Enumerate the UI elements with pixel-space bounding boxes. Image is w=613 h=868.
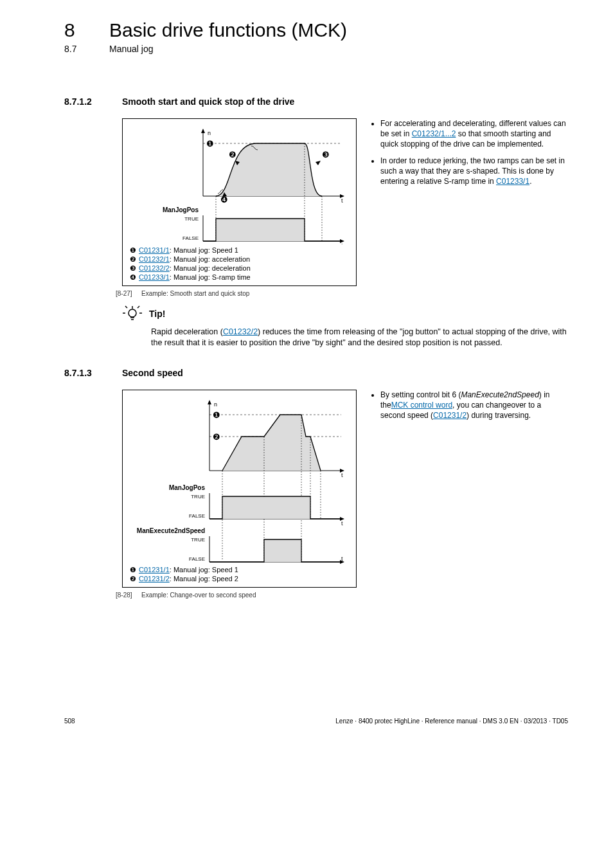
svg-marker-2 [201,129,205,133]
subsection-number: 8.7.1.2 [64,96,122,107]
subsection-number-2: 8.7.1.3 [64,368,122,378]
tip-body: Rapid deceleration (C01232/2) reduces th… [151,327,568,348]
legend-item-1: ❶ C01231/1: Manual jog: Speed 1 [129,246,350,255]
marker-1b: ❶ [213,410,220,420]
link-tip-c01232-2[interactable]: C01232/2 [223,327,258,336]
axis-n-label: n [214,401,217,408]
footer-text: Lenze · 8400 protec HighLine · Reference… [335,718,568,725]
marker-3: ❸ [322,150,330,159]
figure-8-27: n t [122,118,357,286]
link-c01231-1[interactable]: C01231/1 [139,246,170,254]
divider-dashes: _ _ _ _ _ _ _ _ _ _ _ _ _ _ _ _ _ _ _ _ … [64,67,568,77]
svg-text:t: t [341,556,343,562]
svg-line-22 [138,306,139,308]
tip-label: Tip! [149,309,165,319]
signal-true: TRUE [184,216,199,222]
smooth-start-diagram: n t [129,125,348,244]
link-c01231-1b[interactable]: C01231/1 [139,566,170,574]
page-footer: 508 Lenze · 8400 protec HighLine · Refer… [64,714,568,725]
tip-block: Tip! Rapid deceleration (C01232/2) reduc… [122,305,568,348]
svg-rect-14 [216,219,305,241]
legend-item-4: ❹ C01233/1: Manual jog: S-ramp time [129,273,350,282]
chapter-number: 8 [64,19,109,41]
legend-item-2: ❷ C01232/1: Manual jog: acceleration [129,255,350,264]
subsection-heading: 8.7.1.2 Smooth start and quick stop of t… [64,96,568,107]
section-title: Manual jog [109,44,154,54]
axis-t-label-2: t [341,242,343,244]
legend-item-3: ❸ C01232/2: Manual jog: deceleration [129,264,350,273]
svg-rect-40 [222,496,310,519]
marker-2: ❷ [229,150,236,159]
subsection-title-2: Second speed [122,368,183,378]
svg-text:FALSE: FALSE [189,513,205,519]
link-c01231-2[interactable]: C01231/2 [139,575,170,583]
subsection-title: Smooth start and quick stop of the drive [122,96,294,107]
signal-manexecute2ndspeed: ManExecute2ndSpeed [137,527,205,534]
axis-t-label: t [341,472,343,478]
link-c01232-range[interactable]: C01232/1...2 [412,129,456,138]
bullet-accel-decel: For accelerating and decelerating, diffe… [380,118,568,150]
svg-line-21 [125,306,127,308]
svg-point-15 [129,309,136,317]
svg-marker-25 [208,400,211,404]
signal-manjogpos: ManJogPos [169,484,206,491]
link-c01232-2[interactable]: C01232/2 [139,264,170,272]
section-header: 8.7 Manual jog [64,44,568,54]
figure-caption-8-28: [8-28] Example: Change-over to second sp… [116,592,357,599]
second-speed-diagram: n t ❶ ❷ [129,397,348,564]
legend-item-2b: ❷ C01231/2: Manual jog: Speed 2 [129,575,350,583]
svg-rect-47 [264,539,301,562]
svg-text:t: t [341,520,343,527]
axis-n-label: n [208,130,211,136]
section-number: 8.7 [64,44,109,54]
bullet-s-ramp: In order to reduce jerking, the two ramp… [380,156,568,187]
marker-1: ❶ [206,139,214,149]
figure-8-28: n t ❶ ❷ [122,390,357,588]
subsection-heading-2: 8.7.1.3 Second speed [64,368,568,378]
figure-caption-8-27: [8-27] Example: Smooth start and quick s… [116,290,357,297]
chapter-title: Basic drive functions (MCK) [109,19,347,41]
link-c01233-1b[interactable]: C01233/1 [496,177,529,186]
signal-manjogpos-label: ManJogPos [163,206,199,213]
link-c01233-1[interactable]: C01233/1 [139,273,170,281]
marker-2b: ❷ [213,432,220,442]
svg-marker-9 [315,161,321,165]
svg-text:TRUE: TRUE [191,494,205,500]
link-mck-control-word[interactable]: MCK control word [391,401,452,410]
link-c01231-2b[interactable]: C01231/2 [433,411,466,420]
legend-item-1b: ❶ C01231/1: Manual jog: Speed 1 [129,566,350,574]
bullet-second-speed: By setting control bit 6 (ManExecute2ndS… [380,390,568,421]
link-c01232-1[interactable]: C01232/1 [139,255,170,263]
tip-icon [122,305,143,323]
signal-false: FALSE [182,235,199,241]
page-number: 508 [64,718,75,725]
axis-t-label: t [341,197,343,204]
chapter-header: 8 Basic drive functions (MCK) [64,19,568,41]
svg-text:FALSE: FALSE [189,556,205,562]
svg-text:TRUE: TRUE [191,537,205,543]
